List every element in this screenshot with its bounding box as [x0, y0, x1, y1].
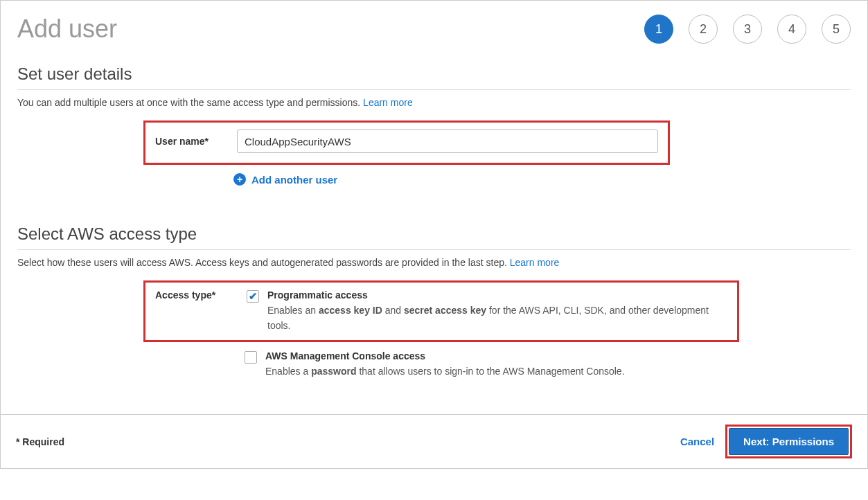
wizard-steps: 1 2 3 4 5	[644, 15, 851, 44]
username-input[interactable]	[237, 130, 658, 153]
programmatic-access-desc: Enables an access key ID and secret acce…	[267, 303, 727, 333]
cons-desc-suffix: that allows users to sign-in to the AWS …	[357, 366, 625, 377]
console-access-title: AWS Management Console access	[265, 350, 729, 361]
username-highlight: User name*	[143, 120, 670, 165]
plus-circle-icon: +	[233, 173, 246, 186]
console-access-body: AWS Management Console access Enables a …	[265, 350, 729, 380]
username-row: User name*	[155, 130, 658, 153]
select-access-heading: Select AWS access type	[17, 224, 851, 250]
learn-more-link-access[interactable]: Learn more	[510, 257, 560, 268]
access-desc-text: Select how these users will access AWS. …	[17, 257, 510, 268]
cancel-button[interactable]: Cancel	[680, 436, 714, 447]
add-another-label: Add another user	[251, 174, 337, 186]
cons-desc-prefix: Enables a	[265, 366, 311, 377]
add-user-page: Add user 1 2 3 4 5 Set user details You …	[0, 0, 868, 469]
footer-actions: Cancel Next: Permissions	[680, 425, 852, 458]
select-access-section: Select AWS access type Select how these …	[17, 224, 851, 386]
programmatic-access-body: Programmatic access Enables an access ke…	[267, 289, 727, 333]
step-5[interactable]: 5	[822, 15, 851, 44]
step-4[interactable]: 4	[777, 15, 806, 44]
select-access-desc: Select how these users will access AWS. …	[17, 257, 851, 268]
footer: * Required Cancel Next: Permissions	[1, 414, 867, 468]
required-note: * Required	[16, 436, 64, 447]
set-user-details-heading: Set user details	[17, 64, 851, 90]
next-button-highlight: Next: Permissions	[725, 425, 852, 458]
prog-desc-prefix: Enables an	[267, 305, 319, 316]
prog-bold2: secret access key	[404, 305, 486, 316]
access-type-label: Access type*	[155, 289, 238, 301]
programmatic-access-title: Programmatic access	[267, 289, 727, 301]
cons-bold1: password	[311, 366, 356, 377]
step-2[interactable]: 2	[689, 15, 718, 44]
next-permissions-button[interactable]: Next: Permissions	[729, 428, 849, 455]
set-user-details-desc: You can add multiple users at once with …	[17, 97, 851, 108]
prog-bold1: access key ID	[319, 305, 382, 316]
add-another-user-button[interactable]: + Add another user	[233, 173, 851, 186]
header-row: Add user 1 2 3 4 5	[17, 15, 851, 44]
console-access-checkbox[interactable]: ✔	[245, 351, 257, 364]
console-access-row: ✔ AWS Management Console access Enables …	[143, 342, 739, 386]
programmatic-access-row: Access type* ✔ Programmatic access Enabl…	[155, 289, 727, 333]
page-title: Add user	[17, 15, 117, 44]
learn-more-link-details[interactable]: Learn more	[363, 97, 413, 108]
access-type-highlight: Access type* ✔ Programmatic access Enabl…	[143, 280, 739, 342]
prog-mid: and	[382, 305, 404, 316]
desc-text: You can add multiple users at once with …	[17, 97, 363, 108]
step-1[interactable]: 1	[644, 15, 673, 44]
main-content: Add user 1 2 3 4 5 Set user details You …	[1, 1, 867, 414]
programmatic-access-checkbox[interactable]: ✔	[247, 290, 259, 303]
console-access-desc: Enables a password that allows users to …	[265, 364, 729, 380]
username-label: User name*	[155, 136, 230, 147]
step-3[interactable]: 3	[733, 15, 762, 44]
